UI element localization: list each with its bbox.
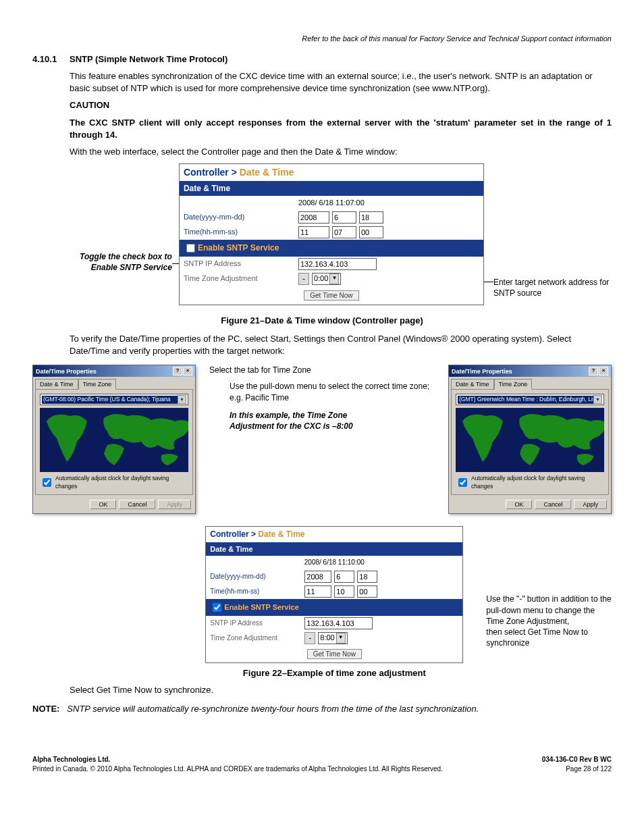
timestamp: 2008/ 6/18 11:07:00 xyxy=(180,196,483,210)
input-day[interactable] xyxy=(359,211,383,224)
mid-text-2: Use the pull-down menu to select the cor… xyxy=(230,381,435,402)
chevron-down-icon: ▼ xyxy=(178,395,186,404)
input-month[interactable] xyxy=(332,211,356,224)
input-year[interactable] xyxy=(298,211,329,224)
caution-label: CAUTION xyxy=(70,99,612,111)
button-apply[interactable]: Apply xyxy=(158,500,191,509)
button-tz-minus[interactable]: - xyxy=(298,273,309,285)
breadcrumb-controller: Controller > xyxy=(210,529,256,539)
dropdown-timezone-value: (GMT-08:00) Pacific Time (US & Canada); … xyxy=(42,396,178,403)
button-cancel[interactable]: Cancel xyxy=(535,500,571,509)
mid-text-3b: Adjustment for the CXC is –8:00 xyxy=(230,421,435,432)
label-time: Time(hh-mm-ss) xyxy=(184,227,298,237)
dialog-title: Date/Time Properties xyxy=(36,367,97,375)
note-body: SNTP service will automatically re-synch… xyxy=(67,704,479,714)
label-sntp-ip: SNTP IP Address xyxy=(184,259,298,269)
dropdown-tz[interactable]: 0:00 ▼ xyxy=(312,273,341,285)
windows-datetime-dialog-right: Date/Time Properties ? × Date & Time Tim… xyxy=(448,365,612,514)
chevron-down-icon: ▼ xyxy=(593,395,602,404)
note-label: NOTE: xyxy=(32,704,59,714)
breadcrumb-datetime: Date & Time xyxy=(258,529,304,539)
section-number: 4.10.1 xyxy=(32,53,70,66)
button-cancel[interactable]: Cancel xyxy=(119,500,155,509)
label-tz-adjust: Time Zone Adjustment xyxy=(184,273,298,284)
label-date: Date(yyyy-mm-dd) xyxy=(210,572,304,581)
input-day[interactable] xyxy=(357,571,377,583)
tab-time-zone[interactable]: Time Zone xyxy=(78,379,117,390)
dropdown-timezone[interactable]: (GMT) Greenwich Mean Time : Dublin, Edin… xyxy=(456,394,604,405)
input-minute[interactable] xyxy=(332,226,356,238)
close-icon[interactable]: × xyxy=(183,367,192,375)
checkbox-enable-sntp[interactable] xyxy=(213,603,221,612)
input-minute[interactable] xyxy=(334,585,354,598)
paragraph-instruction: With the web interface, select the Contr… xyxy=(70,146,612,158)
dropdown-tz[interactable]: 8:00 ▼ xyxy=(318,632,347,644)
button-apply[interactable]: Apply xyxy=(574,500,607,509)
button-ok[interactable]: OK xyxy=(90,500,116,509)
webshot-date-time-1: Controller > Date & Time Date & Time 200… xyxy=(179,163,484,305)
callout-enter-address: Enter target network address for SNTP so… xyxy=(484,277,612,298)
figure-22-caption: Figure 22–Example of time zone adjustmen… xyxy=(205,667,463,679)
mid-text-1: Select the tab for Time Zone xyxy=(209,365,435,375)
tab-date-time[interactable]: Date & Time xyxy=(35,379,78,389)
mid-text-3a: In this example, the Time Zone xyxy=(230,410,435,421)
input-hour[interactable] xyxy=(304,585,331,598)
tab-date-time[interactable]: Date & Time xyxy=(451,379,494,389)
help-icon[interactable]: ? xyxy=(173,367,182,375)
input-sntp-ip[interactable] xyxy=(304,617,373,629)
figure-21-caption: Figure 21–Date & Time window (Controller… xyxy=(32,315,612,327)
input-second[interactable] xyxy=(359,226,383,238)
section-heading: 4.10.1SNTP (Simple Network Time Protocol… xyxy=(32,53,612,66)
label-dst: Automatically adjust clock for daylight … xyxy=(55,475,188,490)
button-ok[interactable]: OK xyxy=(506,500,532,509)
paragraph-select-get-time: Select Get Time Now to synchronize. xyxy=(70,684,612,696)
callout-minus-button: Use the "-" button in addition to the pu… xyxy=(477,594,612,648)
dropdown-timezone[interactable]: (GMT-08:00) Pacific Time (US & Canada); … xyxy=(40,394,188,405)
timestamp: 2008/ 6/18 11:10:00 xyxy=(206,556,462,569)
button-tz-minus[interactable]: - xyxy=(304,632,315,644)
webshot-date-time-2: Controller > Date & Time Date & Time 200… xyxy=(205,526,463,663)
label-tz-adjust: Time Zone Adjustment xyxy=(210,633,304,643)
dropdown-tz-value: 8:00 xyxy=(320,633,334,643)
checkbox-dst[interactable] xyxy=(458,478,467,487)
input-second[interactable] xyxy=(357,585,377,598)
footer-page: Page 28 of 122 xyxy=(566,765,612,773)
chevron-down-icon: ▼ xyxy=(336,633,346,644)
breadcrumb: Controller > Date & Time xyxy=(180,164,483,181)
world-map xyxy=(456,408,604,472)
input-sntp-ip[interactable] xyxy=(298,258,377,270)
checkbox-enable-sntp[interactable] xyxy=(186,244,195,253)
paragraph-verify: To verify the Date/Time properties of th… xyxy=(70,333,612,357)
label-sntp-ip: SNTP IP Address xyxy=(210,619,304,628)
dropdown-timezone-value: (GMT) Greenwich Mean Time : Dublin, Edin… xyxy=(458,396,593,403)
label-enable-sntp: Enable SNTP Service xyxy=(224,602,298,613)
input-year[interactable] xyxy=(304,571,331,583)
callout-toggle-1: Toggle the check box to xyxy=(32,251,172,262)
tab-time-zone[interactable]: Time Zone xyxy=(494,379,533,390)
chevron-down-icon: ▼ xyxy=(329,273,339,284)
caution-body: The CXC SNTP client will only accept res… xyxy=(70,117,612,140)
footer-company: Alpha Technologies Ltd. xyxy=(32,756,110,763)
footer-copyright: Printed in Canada. © 2010 Alpha Technolo… xyxy=(32,765,443,773)
input-month[interactable] xyxy=(334,571,354,583)
breadcrumb-controller: Controller > xyxy=(184,167,237,178)
button-get-time-now[interactable]: Get Time Now xyxy=(307,649,362,659)
band-date-time: Date & Time xyxy=(206,542,462,556)
callout-toggle-2: Enable SNTP Service xyxy=(32,262,172,273)
label-enable-sntp: Enable SNTP Service xyxy=(198,242,279,253)
input-hour[interactable] xyxy=(298,226,329,238)
close-icon[interactable]: × xyxy=(599,367,608,375)
paragraph-intro: This feature enables synchronization of … xyxy=(70,70,612,94)
section-title: SNTP (Simple Network Time Protocol) xyxy=(70,54,227,64)
label-time: Time(hh-mm-ss) xyxy=(210,587,304,596)
label-dst: Automatically adjust clock for daylight … xyxy=(471,475,604,490)
help-icon[interactable]: ? xyxy=(589,367,598,375)
dialog-title: Date/Time Properties xyxy=(452,367,512,375)
band-date-time: Date & Time xyxy=(180,181,483,196)
world-map xyxy=(40,408,188,472)
checkbox-dst[interactable] xyxy=(43,478,51,487)
label-date: Date(yyyy-mm-dd) xyxy=(184,212,298,222)
button-get-time-now[interactable]: Get Time Now xyxy=(304,290,358,301)
dropdown-tz-value: 0:00 xyxy=(314,273,328,284)
header-note: Refer to the back of this manual for Fac… xyxy=(32,34,612,44)
